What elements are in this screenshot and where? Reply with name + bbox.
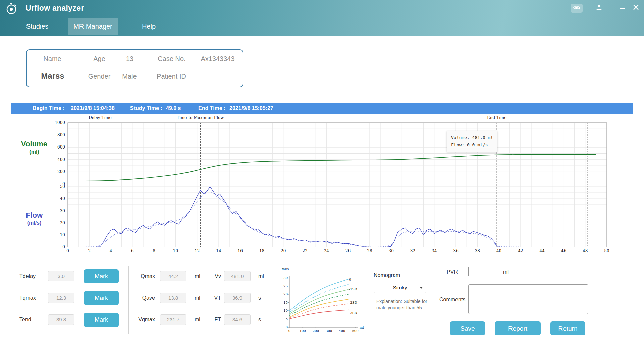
svg-text:36: 36 bbox=[453, 249, 458, 253]
volume-axis-label: Volume (ml) bbox=[12, 140, 56, 155]
svg-text:ml: ml bbox=[360, 326, 364, 329]
link-icon bbox=[573, 5, 580, 11]
svg-text:200: 200 bbox=[313, 329, 319, 333]
age-label: Age bbox=[93, 55, 105, 63]
qave-label: Qave bbox=[127, 293, 155, 303]
menu-item-mr-manager[interactable]: MR Manager bbox=[68, 18, 118, 35]
tqmax-mark-button[interactable]: Mark bbox=[84, 291, 119, 305]
close-icon bbox=[633, 5, 639, 11]
nomogram-chart-svg: 0510152025300100200300400500ml/sml0-1SD-… bbox=[280, 265, 367, 335]
svg-text:30: 30 bbox=[60, 209, 65, 213]
svg-text:800: 800 bbox=[57, 133, 65, 137]
svg-text:0: 0 bbox=[349, 278, 351, 281]
tdelay-input[interactable] bbox=[48, 271, 74, 281]
svg-text:50: 50 bbox=[60, 184, 65, 189]
qave-input[interactable] bbox=[160, 293, 186, 303]
ft-input[interactable] bbox=[224, 314, 251, 325]
return-button[interactable]: Return bbox=[550, 321, 585, 335]
divider bbox=[434, 266, 434, 334]
study-time-value: 49.0 s bbox=[166, 103, 181, 114]
age-value: 13 bbox=[126, 55, 133, 63]
tqmax-input[interactable] bbox=[48, 293, 74, 303]
save-button[interactable]: Save bbox=[450, 321, 485, 335]
gender-label: Gender bbox=[88, 73, 111, 80]
timebar: Begin Time : 2021/9/8 15:04:38 Study Tim… bbox=[11, 103, 633, 114]
svg-text:6: 6 bbox=[131, 249, 134, 253]
svg-text:Delay Time: Delay Time bbox=[89, 115, 112, 120]
svg-text:8: 8 bbox=[153, 249, 155, 253]
close-button[interactable] bbox=[631, 3, 641, 13]
svg-text:16: 16 bbox=[238, 249, 243, 253]
svg-text:18: 18 bbox=[259, 249, 264, 253]
svg-text:10: 10 bbox=[173, 249, 178, 253]
tdelay-mark-button[interactable]: Mark bbox=[84, 269, 119, 283]
svg-text:24: 24 bbox=[324, 249, 329, 253]
user-button[interactable] bbox=[594, 3, 604, 13]
svg-text:50: 50 bbox=[604, 249, 609, 253]
tend-input[interactable] bbox=[48, 314, 74, 325]
case-no-label: Case No. bbox=[158, 55, 185, 63]
vqmax-input[interactable] bbox=[160, 314, 186, 325]
minimize-icon bbox=[620, 8, 625, 9]
svg-text:600: 600 bbox=[57, 145, 65, 150]
svg-text:32: 32 bbox=[410, 249, 415, 253]
svg-text:-2SD: -2SD bbox=[349, 301, 357, 304]
vv-label: Vv bbox=[201, 271, 221, 281]
menu-item-studies[interactable]: Studies bbox=[15, 18, 59, 35]
nomogram-select[interactable]: Siroky bbox=[374, 282, 426, 293]
svg-text:10: 10 bbox=[60, 233, 65, 237]
name-value: Marss bbox=[41, 71, 64, 81]
chart-area: 0246810121416182022242628303234363840424… bbox=[11, 114, 633, 255]
comments-textarea[interactable] bbox=[468, 284, 588, 314]
uroflow-chart-svg[interactable]: 0246810121416182022242628303234363840424… bbox=[11, 114, 633, 255]
qmax-unit: ml bbox=[195, 271, 200, 281]
svg-text:20: 20 bbox=[283, 292, 288, 296]
svg-text:End Time: End Time bbox=[487, 115, 506, 120]
nomogram-explanation: Explanation: Suitable for male younger t… bbox=[376, 298, 438, 311]
nomogram-selected-value: Siroky bbox=[393, 285, 407, 290]
end-time-value: 2021/9/8 15:05:27 bbox=[229, 103, 273, 114]
urflow-analyzer-window: Urflow analyzer bbox=[0, 0, 644, 352]
svg-text:30: 30 bbox=[283, 276, 288, 280]
vqmax-unit: ml bbox=[195, 314, 200, 325]
svg-text:20: 20 bbox=[281, 249, 286, 253]
report-button[interactable]: Report bbox=[495, 321, 541, 335]
vv-input[interactable] bbox=[224, 271, 251, 281]
chart-tooltip: Volume: 481.0 ml Flow: 0.0 ml/s bbox=[447, 131, 497, 152]
svg-text:500: 500 bbox=[352, 329, 358, 333]
svg-text:28: 28 bbox=[367, 249, 372, 253]
svg-text:5: 5 bbox=[286, 317, 288, 321]
ft-label: FT bbox=[201, 314, 221, 325]
svg-text:48: 48 bbox=[583, 249, 588, 253]
vt-unit: s bbox=[258, 293, 261, 303]
svg-text:38: 38 bbox=[475, 249, 480, 253]
qmax-label: Qmax bbox=[127, 271, 155, 281]
vqmax-label: Vqmax bbox=[127, 314, 155, 325]
end-time-label: End Time : bbox=[198, 103, 226, 114]
svg-text:34: 34 bbox=[432, 249, 437, 253]
app-logo-icon bbox=[5, 2, 18, 15]
name-label: Name bbox=[43, 55, 61, 63]
chevron-down-icon bbox=[420, 287, 423, 289]
minimize-button[interactable] bbox=[618, 4, 627, 13]
tend-mark-button[interactable]: Mark bbox=[84, 313, 119, 327]
vt-label: VT bbox=[201, 293, 221, 303]
svg-text:20: 20 bbox=[60, 221, 65, 225]
tqmax-label: Tqmax bbox=[19, 293, 36, 303]
qmax-input[interactable] bbox=[160, 271, 186, 281]
svg-text:-1SD: -1SD bbox=[349, 287, 357, 291]
titlebar: Urflow analyzer bbox=[0, 0, 644, 36]
svg-text:22: 22 bbox=[302, 249, 307, 253]
svg-text:1000: 1000 bbox=[55, 120, 65, 125]
svg-text:2: 2 bbox=[88, 249, 91, 253]
vv-unit: ml bbox=[258, 271, 264, 281]
menu-item-help[interactable]: Help bbox=[133, 18, 165, 35]
patient-id-label: Patient ID bbox=[157, 73, 186, 80]
link-button[interactable] bbox=[571, 4, 583, 13]
svg-text:40: 40 bbox=[60, 196, 65, 201]
vt-input[interactable] bbox=[224, 293, 251, 303]
svg-text:12: 12 bbox=[195, 249, 200, 253]
tdelay-label: Tdelay bbox=[19, 271, 36, 281]
comments-label: Comments bbox=[439, 294, 465, 305]
pvr-input[interactable] bbox=[468, 267, 501, 276]
